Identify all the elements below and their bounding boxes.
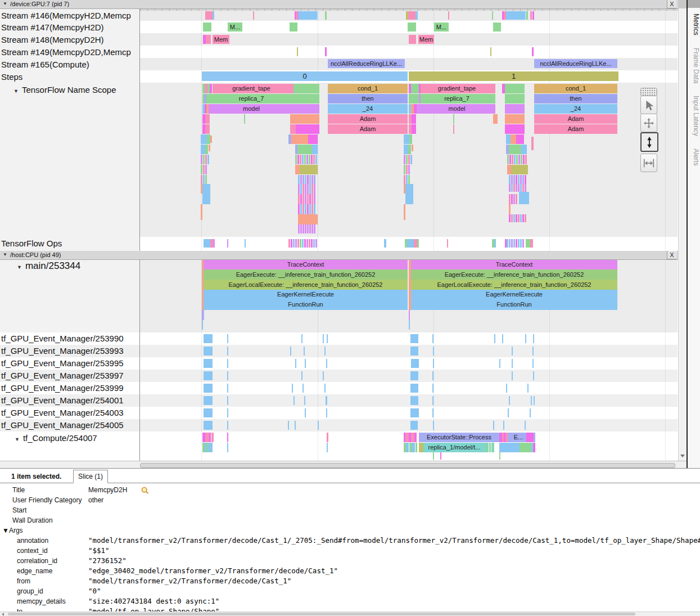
stack-segment[interactable] — [408, 175, 410, 184]
stack-segment[interactable] — [309, 224, 311, 233]
trace-event[interactable] — [205, 124, 210, 134]
stack-segment[interactable] — [298, 184, 300, 194]
stack-segment[interactable] — [309, 155, 310, 164]
trace-event[interactable] — [326, 359, 327, 368]
stack-segment[interactable] — [307, 175, 309, 184]
trace-event[interactable]: TraceContext — [411, 260, 617, 269]
stack-segment[interactable] — [404, 145, 408, 154]
trace-event[interactable] — [512, 359, 513, 368]
trace-event[interactable] — [301, 371, 302, 380]
trace-event[interactable] — [414, 433, 417, 442]
trace-event[interactable] — [290, 114, 296, 124]
stack-segment[interactable] — [311, 155, 313, 164]
trace-event[interactable] — [227, 433, 228, 442]
trace-horizontal-scrollbar[interactable] — [0, 461, 687, 469]
trace-event[interactable] — [205, 11, 213, 20]
trace-event[interactable] — [417, 239, 419, 248]
trace-event[interactable]: EagerExecute: __inference_train_function… — [411, 269, 617, 280]
collapse-arrow-icon[interactable]: ▼ — [3, 252, 7, 257]
stack-segment[interactable] — [313, 239, 315, 248]
pan-tool-button[interactable] — [640, 114, 657, 132]
stack-segment[interactable] — [518, 184, 520, 192]
stack-segment[interactable] — [305, 184, 306, 194]
trace-event[interactable] — [227, 359, 228, 368]
stack-segment[interactable] — [521, 145, 527, 154]
stack-segment[interactable] — [511, 184, 513, 192]
trace-event[interactable]: 0 — [202, 71, 408, 81]
trace-event[interactable] — [227, 443, 228, 452]
trace-event[interactable] — [408, 11, 416, 20]
trace-event[interactable]: EagerLocalExecute: __inference_train_fun… — [411, 280, 617, 290]
trace-event[interactable] — [227, 371, 228, 380]
stack-segment[interactable] — [302, 224, 304, 233]
trace-event[interactable] — [505, 239, 507, 248]
trace-event[interactable] — [408, 23, 416, 32]
trace-event[interactable] — [290, 124, 296, 134]
stack-segment[interactable] — [300, 204, 302, 214]
trace-event[interactable] — [406, 443, 409, 452]
trace-event[interactable] — [416, 11, 418, 20]
stack-segment[interactable] — [516, 155, 518, 164]
stack-segment[interactable] — [305, 194, 306, 204]
trace-event[interactable] — [205, 114, 210, 124]
trace-event[interactable]: EagerExecute: __inference_train_function… — [204, 269, 408, 280]
trace-event[interactable]: then — [534, 94, 617, 104]
trace-event[interactable] — [505, 114, 525, 124]
trace-event[interactable] — [325, 11, 327, 20]
stack-segment[interactable] — [522, 214, 524, 222]
trace-event[interactable] — [494, 334, 495, 343]
trace-event[interactable]: Adam — [534, 124, 617, 134]
stack-segment[interactable] — [513, 239, 515, 248]
stack-segment[interactable] — [518, 214, 520, 222]
stack-segment[interactable] — [516, 194, 517, 204]
trace-event[interactable] — [206, 94, 213, 104]
trace-event[interactable] — [304, 396, 305, 405]
trace-event[interactable]: _24 — [328, 104, 408, 114]
stack-segment[interactable] — [311, 175, 313, 184]
stack-segment[interactable] — [511, 214, 513, 222]
trace-event[interactable] — [503, 421, 504, 430]
trace-event[interactable] — [290, 104, 319, 114]
trace-event[interactable] — [530, 11, 532, 20]
trace-event[interactable] — [432, 371, 433, 380]
stack-segment[interactable] — [412, 145, 413, 151]
trace-event[interactable]: gradient_tape — [421, 84, 493, 93]
stack-segment[interactable] — [300, 165, 318, 174]
stack-segment[interactable] — [509, 184, 511, 192]
stack-segment[interactable] — [314, 184, 315, 194]
stack-segment[interactable] — [520, 175, 522, 184]
trace-event[interactable] — [493, 114, 498, 124]
stack-segment[interactable] — [304, 239, 306, 248]
stack-segment[interactable] — [511, 175, 513, 184]
stack-segment[interactable] — [509, 145, 521, 154]
stack-segment[interactable] — [511, 165, 528, 174]
trace-event[interactable] — [213, 239, 215, 248]
trace-event[interactable] — [253, 11, 254, 20]
stack-segment[interactable] — [306, 155, 308, 164]
stack-segment[interactable] — [507, 165, 511, 174]
trace-event[interactable] — [296, 124, 319, 134]
stack-segment[interactable] — [298, 175, 300, 184]
trace-event[interactable] — [526, 239, 530, 248]
stack-segment[interactable] — [205, 175, 207, 184]
stack-segment[interactable] — [302, 155, 304, 164]
stack-segment[interactable] — [521, 155, 522, 164]
bottom-horizontal-scrollbar[interactable] — [0, 611, 700, 616]
trace-event[interactable] — [440, 452, 441, 460]
trace-event[interactable] — [453, 114, 454, 124]
stack-segment[interactable] — [519, 192, 529, 204]
trace-event[interactable] — [530, 408, 531, 417]
trace-event[interactable]: model — [213, 104, 290, 114]
trace-event[interactable] — [244, 114, 245, 124]
stack-segment[interactable] — [509, 175, 511, 184]
trace-event[interactable] — [227, 421, 228, 430]
stack-segment[interactable] — [512, 155, 513, 164]
trace-event[interactable] — [327, 334, 328, 343]
stack-segment[interactable] — [293, 239, 295, 248]
stack-segment[interactable] — [311, 239, 313, 248]
trace-event[interactable] — [323, 371, 324, 380]
trace-event[interactable] — [493, 23, 501, 32]
row-label[interactable]: ▼TensorFlow Name Scope — [13, 85, 116, 95]
stack-segment[interactable] — [298, 214, 318, 224]
trace-event[interactable] — [433, 421, 434, 430]
